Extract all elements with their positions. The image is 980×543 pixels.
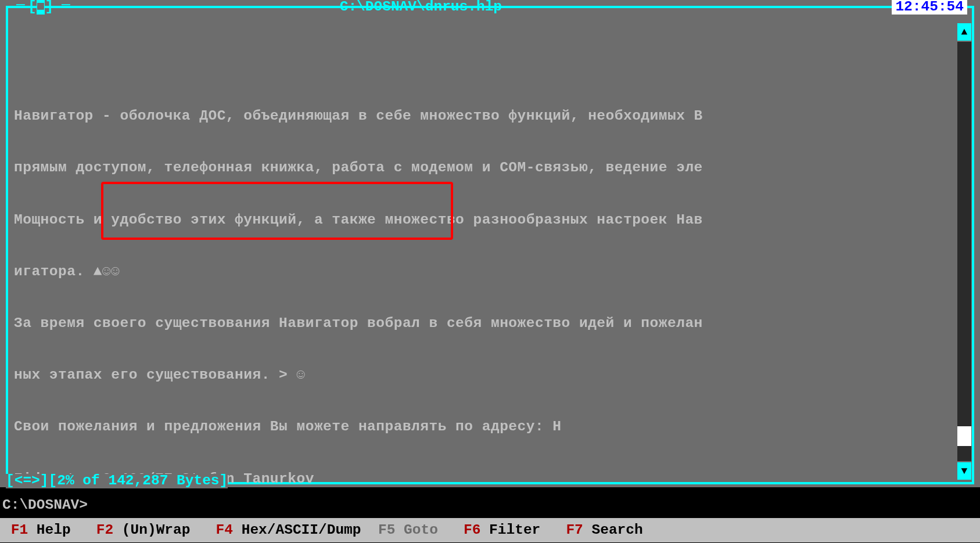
scroll-track[interactable] xyxy=(957,42,971,461)
f2-label[interactable]: (Un)Wrap xyxy=(122,522,191,538)
f6-label[interactable]: Filter xyxy=(489,522,540,538)
dos-screen: ═ [■] ═ C:\DOSNAV\dnrus.hlp 12:45:54 Нав… xyxy=(0,0,980,543)
status-bar: [<=>][2% of 142,287 Bytes] xyxy=(6,474,228,488)
vertical-scrollbar[interactable]: ▲ ▼ xyxy=(957,23,971,480)
f7-key[interactable]: F7 xyxy=(566,522,583,538)
text-line: игатора. ▲☺☺ xyxy=(14,260,961,283)
f5-label[interactable]: Goto xyxy=(404,522,438,538)
clock: 12:45:54 xyxy=(892,0,967,15)
text-line: прямым доступом, телефонная книжка, рабо… xyxy=(14,156,961,179)
text-line: Навигатор - оболочка ДОС, объединяющая в… xyxy=(14,105,961,128)
file-viewer-panel: ═ [■] ═ C:\DOSNAV\dnrus.hlp 12:45:54 Нав… xyxy=(0,0,980,487)
scroll-thumb[interactable] xyxy=(957,426,971,446)
command-prompt[interactable]: C:\DOSNAV> xyxy=(0,494,980,517)
scroll-up-icon[interactable]: ▲ xyxy=(957,23,971,41)
close-button[interactable]: [■] xyxy=(28,0,53,15)
f4-label[interactable]: Hex/ASCII/Dump xyxy=(242,522,361,538)
close-icon: ■ xyxy=(37,0,45,15)
text-line: Мощность и удобство этих функций, а такж… xyxy=(14,208,961,232)
file-content: Навигатор - оболочка ДОС, объединяющая в… xyxy=(14,24,961,543)
text-line: ных этапах его существования. > ☺ xyxy=(14,364,961,387)
f4-key[interactable]: F4 xyxy=(216,522,233,538)
text-line xyxy=(14,53,961,76)
f1-key[interactable]: F1 xyxy=(11,522,28,538)
text-line: Свои пожелания и предложения Вы можете н… xyxy=(14,415,961,438)
f6-key[interactable]: F6 xyxy=(464,522,480,538)
file-path: C:\DOSNAV\dnrus.hlp xyxy=(331,0,511,15)
f7-label[interactable]: Search xyxy=(592,522,643,538)
f2-key[interactable]: F2 xyxy=(96,522,113,538)
scroll-down-icon[interactable]: ▼ xyxy=(957,462,971,480)
f1-label[interactable]: Help xyxy=(37,522,71,538)
text-line: За время своего существования Навигатор … xyxy=(14,312,961,335)
f5-key[interactable]: F5 xyxy=(378,522,395,538)
fkey-bar: F1 Help F2 (Un)Wrap F4 Hex/ASCII/Dump F5… xyxy=(0,518,980,542)
